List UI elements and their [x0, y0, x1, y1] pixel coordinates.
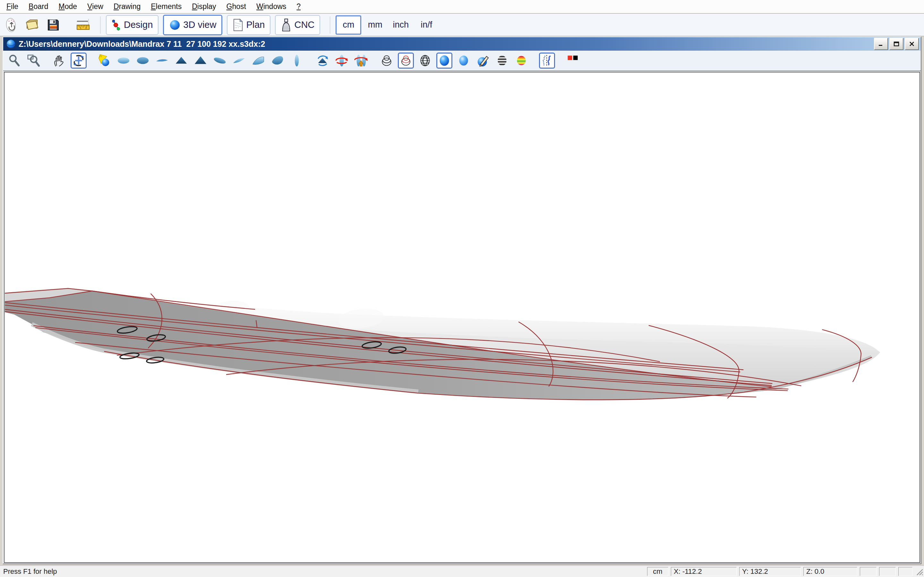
view-perspective-3-button[interactable] [250, 53, 266, 69]
menu-board[interactable]: Board [23, 0, 53, 13]
rendered-smooth-button[interactable] [456, 53, 472, 69]
maximize-button[interactable] [889, 38, 903, 50]
status-z-coordinate: Z: 0.0 [803, 567, 857, 576]
minimize-icon [878, 41, 884, 47]
status-x-coordinate: X: -112.2 [671, 567, 737, 576]
view-front-button[interactable] [173, 53, 189, 69]
menu-drawing[interactable]: Drawing [108, 0, 145, 13]
curvature-map-button[interactable] [513, 53, 529, 69]
rendered-smooth-icon [457, 54, 470, 67]
view-perspective-2-button[interactable] [231, 53, 247, 69]
close-icon [909, 41, 915, 47]
menu-elements[interactable]: Elements [145, 0, 187, 13]
menu-bar: File Board Mode View Drawing Elements Di… [0, 0, 924, 13]
viewport-canvas[interactable] [4, 72, 920, 563]
menu-view[interactable]: View [82, 0, 108, 13]
view-perspective-2-icon [232, 54, 246, 67]
status-empty-cell [879, 567, 896, 576]
view-back-icon [194, 54, 207, 67]
symmetry-mode-icon [541, 54, 553, 67]
unit-inf-button[interactable]: in/f [415, 16, 438, 34]
cnc-mode-label: CNC [294, 19, 314, 30]
measure-icon: 1 0 [76, 17, 91, 33]
design-icon [111, 19, 121, 31]
status-empty-cell [898, 567, 913, 576]
resize-grip[interactable] [915, 567, 923, 576]
view-bottom-button[interactable] [135, 53, 151, 69]
menu-display[interactable]: Display [187, 0, 221, 13]
close-button[interactable] [905, 38, 919, 50]
svg-text:0: 0 [86, 27, 87, 29]
status-y-coordinate: Y: 132.2 [739, 567, 801, 576]
rendered-button[interactable] [436, 53, 452, 69]
design-mode-label: Design [124, 19, 153, 30]
menu-ghost[interactable]: Ghost [221, 0, 251, 13]
pan-icon [53, 54, 66, 67]
color-settings-button[interactable] [565, 53, 581, 69]
view-perspective-1-button[interactable] [212, 53, 228, 69]
zoom-button[interactable] [6, 53, 23, 69]
zebra-stripes-icon [496, 54, 509, 67]
add-light-button[interactable] [96, 53, 112, 69]
plan-icon [233, 19, 244, 31]
status-help-text: Press F1 for help [3, 567, 647, 576]
view-side-icon [155, 54, 169, 67]
unit-inch-button[interactable]: inch [389, 16, 413, 34]
document-titlebar[interactable]: Z:\Users\dennery\Downloads\Mandrax 7 11 … [3, 37, 921, 51]
zoom-window-button[interactable] [26, 53, 42, 69]
flip-board-button[interactable] [353, 53, 369, 69]
spin-board-button[interactable] [334, 53, 350, 69]
flip-board-icon [354, 54, 368, 67]
main-toolbar: 1 0 Design 3D view [0, 14, 924, 36]
animate-rotation-button[interactable] [314, 53, 330, 69]
zebra-stripes-button[interactable] [494, 53, 510, 69]
measure-button[interactable]: 1 0 [74, 16, 92, 34]
view-outline-icon [290, 54, 304, 67]
application-window: File Board Mode View Drawing Elements Di… [0, 0, 924, 577]
view-side-button[interactable] [154, 53, 170, 69]
maximize-icon [893, 41, 900, 47]
wireframe-button[interactable] [417, 53, 433, 69]
paint-mode-button[interactable] [475, 53, 491, 69]
plan-mode-button[interactable]: Plan [227, 15, 270, 35]
color-settings-icon [567, 55, 579, 67]
view-top-button[interactable] [115, 53, 132, 69]
open-folder-icon [25, 17, 40, 33]
sphere-icon [169, 19, 181, 31]
menu-help[interactable]: ? [291, 0, 306, 13]
animate-rotation-icon [316, 54, 329, 67]
status-unit-cell: cm [647, 567, 668, 576]
slices-plain-button[interactable] [379, 53, 395, 69]
view-front-icon [174, 54, 188, 67]
new-board-button[interactable] [3, 16, 21, 34]
unit-mm-button[interactable]: mm [363, 16, 387, 34]
pan-button[interactable] [51, 53, 67, 69]
rotate-3d-button[interactable] [71, 53, 87, 69]
minimize-button[interactable] [874, 38, 888, 50]
unit-cm-button[interactable]: cm [336, 15, 361, 35]
paint-mode-icon [476, 54, 489, 67]
view-toolbar [3, 51, 921, 71]
view3d-mode-button[interactable]: 3D view [163, 15, 222, 35]
save-button[interactable] [44, 16, 62, 34]
menu-file[interactable]: File [1, 0, 23, 13]
spin-board-icon [335, 54, 349, 67]
view3d-mode-label: 3D view [183, 19, 216, 30]
design-mode-button[interactable]: Design [106, 15, 158, 35]
menu-mode[interactable]: Mode [53, 0, 82, 13]
slices-colored-button[interactable] [398, 53, 414, 69]
zoom-window-icon [27, 54, 40, 67]
menu-windows[interactable]: Windows [251, 0, 291, 13]
toolbar-separator [100, 16, 101, 34]
view-perspective-1-icon [213, 54, 226, 67]
view-back-button[interactable] [192, 53, 208, 69]
view-bottom-icon [136, 54, 150, 67]
svg-text:1: 1 [80, 27, 81, 29]
view-perspective-4-button[interactable] [270, 53, 286, 69]
cnc-mode-button[interactable]: CNC [275, 15, 320, 35]
symmetry-mode-button[interactable] [539, 53, 555, 69]
slices-plain-icon [380, 54, 393, 67]
view-outline-button[interactable] [289, 53, 305, 69]
open-button[interactable] [24, 16, 42, 34]
board-3d-render [5, 73, 919, 562]
